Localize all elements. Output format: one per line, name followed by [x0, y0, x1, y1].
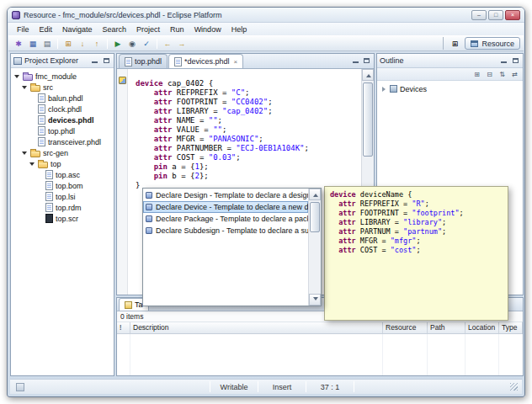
sort-icon[interactable]: ⇅: [497, 69, 508, 79]
column-header-path[interactable]: Path: [428, 322, 466, 333]
toolbar-separator: [57, 39, 58, 49]
code-line: pin a = {1};: [136, 162, 361, 172]
new-wizard-icon[interactable]: ✱: [12, 37, 25, 50]
back-icon[interactable]: ←: [161, 37, 174, 50]
menu-window[interactable]: Window: [189, 24, 226, 35]
assist-scroll-track[interactable]: [309, 200, 321, 294]
tree-item-top-rdm[interactable]: top.rdm: [11, 202, 114, 213]
completion-item-declare-device[interactable]: Declare Device - Template to declare a n…: [143, 201, 308, 213]
assist-scroll-thumb[interactable]: [310, 202, 320, 232]
editor-tab-strip: top.phdl*devices.phdl×: [119, 53, 244, 68]
menu-help[interactable]: Help: [226, 24, 253, 35]
menu-search[interactable]: Search: [98, 24, 132, 35]
editor-scroll-thumb[interactable]: [363, 82, 373, 157]
tree-item-fmc-module[interactable]: fmc_module: [11, 71, 114, 82]
collapse-all-icon[interactable]: ⊟: [484, 69, 495, 79]
expander-icon[interactable]: [21, 86, 28, 89]
perspective-resource-button[interactable]: Resource: [465, 37, 520, 50]
export-icon[interactable]: ↑: [90, 37, 104, 50]
column-header-location[interactable]: Location: [466, 322, 499, 333]
status-bar: Writable Insert 37 : 1: [10, 379, 522, 394]
main-toolbar: ✱▦▤⊞↓↑▶◉✓←→ ⊞ Resource: [8, 35, 524, 51]
tree-item-src[interactable]: src: [11, 82, 114, 93]
code-line: attr NAME = "";: [136, 116, 361, 125]
close-button[interactable]: ×: [505, 10, 520, 20]
resize-grip-icon[interactable]: [510, 383, 518, 391]
title-bar[interactable]: Resource - fmc_module/src/devices.phdl -…: [8, 8, 524, 23]
run-icon[interactable]: ▶: [111, 37, 125, 50]
editor-minimize-icon[interactable]: [351, 56, 360, 65]
perspective-label: Resource: [481, 40, 514, 48]
tree-item-balun-phdl[interactable]: balun.phdl: [11, 93, 114, 104]
tree-item-top-bom[interactable]: top.bom: [11, 180, 114, 191]
tree-item-clock-phdl[interactable]: clock.phdl: [11, 104, 114, 114]
project-explorer-header: Project Explorer: [11, 54, 114, 68]
completion-item-declare-design[interactable]: Declare Design - Template to declare a d…: [143, 189, 308, 201]
menu-edit[interactable]: Edit: [35, 24, 58, 35]
tree-item-top-scr[interactable]: top.scr: [11, 213, 114, 224]
outline-item-label: Devices: [400, 85, 427, 93]
expander-icon[interactable]: [13, 75, 20, 78]
completion-item-declare-package[interactable]: Declare Package - Template to declare a …: [143, 213, 308, 225]
editor-tab-label: *devices.phdl: [184, 57, 230, 66]
import-icon[interactable]: ↓: [76, 37, 89, 50]
expander-icon[interactable]: [21, 152, 28, 155]
print-icon[interactable]: ▤: [40, 37, 54, 50]
tree-item-top-phdl[interactable]: top.phdl: [11, 125, 114, 136]
check-icon[interactable]: ✓: [140, 37, 153, 50]
column-body-description: [130, 334, 383, 375]
menu-file[interactable]: File: [12, 24, 35, 35]
explorer-minimize-icon[interactable]: [90, 56, 99, 65]
tree-item-label: top.asc: [56, 171, 80, 179]
assist-scroll-down-icon[interactable]: [309, 294, 321, 306]
editor-tab-top-phdl[interactable]: top.phdl: [119, 54, 168, 68]
tree-item-devices-phdl[interactable]: devices.phdl: [11, 114, 114, 125]
code-line: attr COST = "0.03";: [136, 153, 361, 162]
save-icon[interactable]: ▦: [26, 37, 40, 50]
editor-tab-label: top.phdl: [135, 57, 162, 66]
tree-item-top-lsi[interactable]: top.lsi: [11, 191, 114, 202]
outline-maximize-icon[interactable]: [511, 56, 520, 65]
link-with-editor-icon[interactable]: ⇄: [509, 69, 520, 79]
menu-project[interactable]: Project: [131, 24, 165, 35]
tree-item-src-gen[interactable]: src-gen: [11, 147, 114, 158]
template-preview: device deviceName { attr REFPREFIX = "R"…: [324, 186, 508, 321]
column-header-priority[interactable]: !: [117, 322, 130, 333]
column-header-resource[interactable]: Resource: [383, 322, 428, 333]
scroll-up-icon[interactable]: [362, 69, 374, 81]
column-header-description[interactable]: Description: [130, 322, 383, 333]
assist-list: Declare Design - Template to declare a d…: [143, 189, 308, 306]
minimize-button[interactable]: –: [471, 10, 487, 20]
expand-all-icon[interactable]: ⊞: [471, 69, 482, 79]
code-line: device cap_0402 {: [136, 79, 361, 88]
assist-scroll-up-icon[interactable]: [309, 189, 321, 200]
new-folder-icon[interactable]: ⊞: [61, 37, 75, 50]
template-icon: [146, 192, 152, 199]
editor-marker-icon[interactable]: [119, 77, 126, 84]
expander-icon[interactable]: [380, 87, 387, 92]
open-perspective-icon[interactable]: ⊞: [448, 37, 461, 50]
column-header-type[interactable]: Type: [499, 322, 523, 333]
eclipse-logo-icon: [12, 11, 20, 19]
menu-run[interactable]: Run: [165, 24, 189, 35]
code-line: attr FOOTPRINT = "CC0402";: [136, 98, 361, 107]
explorer-maximize-icon[interactable]: [102, 56, 111, 65]
editor-tab-devices-phdl[interactable]: *devices.phdl×: [168, 54, 243, 68]
menu-navigate[interactable]: Navigate: [57, 24, 98, 35]
expander-icon[interactable]: [29, 162, 35, 166]
close-tab-icon[interactable]: ×: [234, 58, 238, 66]
outline-item-devices[interactable]: Devices: [377, 83, 523, 94]
tree-item-transceiver-phdl[interactable]: transceiver.phdl: [11, 136, 114, 147]
column-body-resource: [383, 334, 428, 375]
assist-scrollbar[interactable]: [308, 189, 321, 306]
window-controls: – □ ×: [471, 10, 520, 20]
tree-item-top[interactable]: top: [11, 158, 114, 169]
status-trim-icon[interactable]: [16, 383, 24, 391]
completion-item-declare-subdesign[interactable]: Declare Subdesign - Template to declare …: [143, 225, 308, 237]
maximize-button[interactable]: □: [488, 10, 503, 20]
outline-minimize-icon[interactable]: [499, 56, 508, 65]
search-icon[interactable]: ◉: [125, 37, 139, 50]
forward-icon[interactable]: →: [175, 37, 189, 50]
tree-item-top-asc[interactable]: top.asc: [11, 169, 114, 180]
editor-maximize-icon[interactable]: [362, 56, 371, 65]
